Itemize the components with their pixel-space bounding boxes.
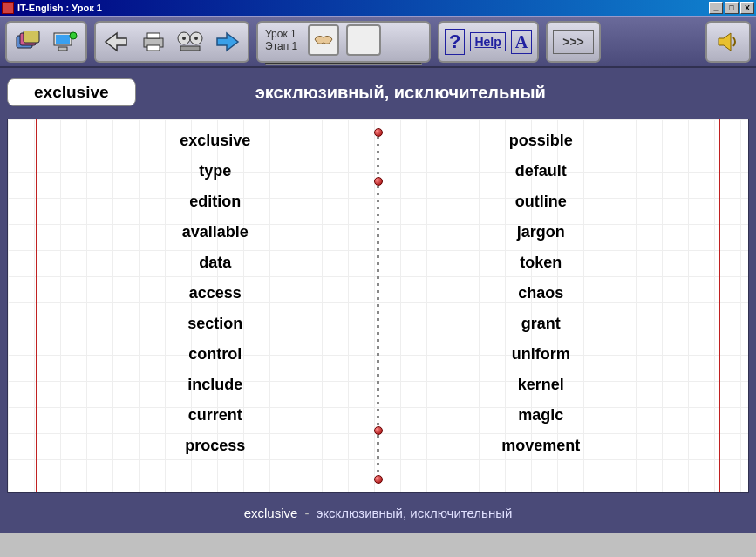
pin-icon [374,475,383,484]
toolbar-group-nav [5,21,87,63]
footer-word: exclusive [244,506,298,520]
toolbar-group-help: ? Help A [438,21,539,63]
svg-rect-5 [58,47,67,51]
word-item[interactable]: process [60,437,371,455]
current-translation: эксклюзивный, исключительный [157,83,749,103]
word-item[interactable]: grant [386,315,697,333]
word-item[interactable]: section [60,315,371,333]
word-item[interactable]: default [386,162,697,180]
word-item[interactable]: type [60,162,371,180]
word-item[interactable]: token [386,254,697,272]
word-item[interactable]: data [60,254,371,272]
computer-icon[interactable] [49,26,80,58]
column-divider [376,128,381,484]
maximize-button[interactable]: □ [725,2,739,14]
toolbar-group-skip: >>> [546,21,601,63]
word-item[interactable]: available [60,223,371,241]
left-column: exclusivetypeeditionavailabledataaccesss… [60,128,371,484]
footer-translation: эксклюзивный, исключительный [317,506,513,520]
word-item[interactable]: current [60,406,371,425]
svg-point-6 [70,32,77,39]
svg-point-13 [194,37,198,40]
toolbar-group-lesson: Урок 1 Этап 1 [256,21,431,63]
word-item[interactable]: jargon [386,223,697,241]
lesson-label: Урок 1 [265,28,297,40]
skip-button[interactable]: >>> [553,30,594,54]
toolbar-group-actions [94,21,249,63]
word-item[interactable]: exclusive [60,132,371,150]
app-icon [2,2,14,14]
empty-slot[interactable] [346,24,381,56]
word-item[interactable]: include [60,376,371,394]
svg-rect-14 [180,46,200,51]
word-item[interactable]: movement [386,437,697,455]
main-toolbar: Урок 1 Этап 1 ? Help A >>> [0,16,756,68]
svg-rect-8 [147,33,160,38]
minimize-button[interactable]: _ [709,2,723,14]
back-arrow-icon[interactable] [101,26,133,58]
content-area: exclusive эксклюзивный, исключительный e… [0,68,756,493]
lesson-info: Урок 1 Этап 1 [262,28,301,52]
word-item[interactable]: chaos [386,284,697,302]
handshake-icon[interactable] [308,24,339,56]
right-column: possibledefaultoutlinejargontokenchaosgr… [386,128,697,484]
reels-icon[interactable] [174,26,206,58]
stage-label: Этап 1 [265,40,297,52]
word-grid: exclusivetypeeditionavailabledataaccesss… [7,119,749,493]
titlebar: IT-English : Урок 1 _ □ X [0,0,756,16]
word-item[interactable]: control [60,345,371,363]
word-item[interactable]: magic [386,406,697,425]
margin-line-right [719,119,720,492]
speaker-icon[interactable] [712,26,744,58]
word-item[interactable]: kernel [386,376,697,394]
svg-rect-9 [147,45,160,51]
svg-rect-4 [56,35,70,44]
word-item[interactable]: access [60,284,371,302]
window-title: IT-English : Урок 1 [17,3,709,13]
help-button[interactable]: Help [470,32,505,51]
font-button[interactable]: A [511,30,532,54]
current-word-box: exclusive [7,78,136,106]
svg-rect-2 [24,31,39,43]
library-icon[interactable] [12,26,44,58]
word-item[interactable]: uniform [386,345,697,363]
word-item[interactable]: outline [386,193,697,211]
footer-sep: - [305,506,310,520]
word-item[interactable]: possible [386,132,697,150]
word-item[interactable]: edition [60,193,371,211]
pin-icon [374,128,383,137]
question-button[interactable]: ? [445,29,465,55]
pin-icon [374,177,383,186]
progress-bar[interactable] [265,63,422,65]
footer-bar: exclusive - эксклюзивный, исключительный [0,493,756,533]
toolbar-group-sound [705,21,751,63]
margin-line-left [36,119,37,492]
close-button[interactable]: X [740,2,754,14]
forward-arrow-icon[interactable] [211,26,242,58]
printer-icon[interactable] [138,26,169,58]
svg-point-11 [182,37,186,40]
pin-icon [374,426,383,435]
